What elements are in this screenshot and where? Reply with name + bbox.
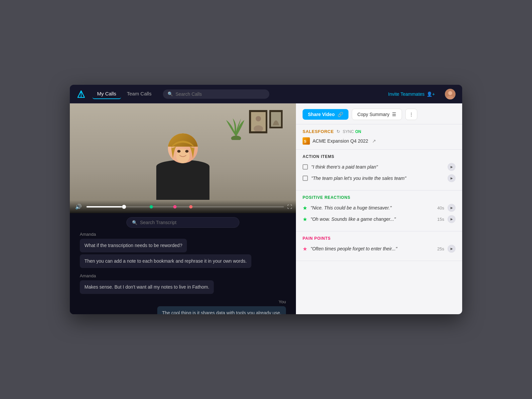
svg-point-4 <box>448 91 452 95</box>
progress-fill <box>86 206 122 207</box>
frame-inner-2 <box>271 112 281 127</box>
right-panel-header: Share Video 🔗 Copy Summary ☰ ⋮ <box>296 103 462 124</box>
video-frame <box>70 103 296 213</box>
search-calls-input[interactable] <box>176 91 265 97</box>
reaction-text-positive-2: "Oh wow. Sounds like a game changer..." <box>311 216 434 222</box>
person-body <box>156 160 209 200</box>
transcript-search-bar: 🔍 <box>126 217 239 228</box>
salesforce-icon: S <box>303 137 310 145</box>
star-positive-icon-1: ★ <box>303 205 307 211</box>
tab-team-calls[interactable]: Team Calls <box>122 89 156 99</box>
checkbox-1[interactable] <box>303 164 308 170</box>
opportunity-name: ACME Expansion Q4 2022 <box>313 138 368 144</box>
transcript-messages: Amanda What if the transcription needs t… <box>70 232 296 314</box>
left-panel: 🔊 ⛶ 🔍 <box>70 103 296 314</box>
search-icon: 🔍 <box>168 91 173 96</box>
invite-teammates-button[interactable]: Invite Teammates 👤+ <box>385 89 438 99</box>
opportunity-row[interactable]: S ACME Expansion Q4 2022 ↗ <box>303 137 456 145</box>
share-video-label: Share Video <box>308 112 335 117</box>
transcript-search-container: 🔍 <box>70 213 296 232</box>
star-pain-icon-1: ★ <box>303 246 307 252</box>
copy-summary-button[interactable]: Copy Summary ☰ <box>352 109 402 120</box>
transcript-search-input[interactable] <box>140 220 234 225</box>
frame-inner-1 <box>251 112 266 131</box>
speaker-name-2: Amanda <box>80 273 286 278</box>
right-panel: Share Video 🔗 Copy Summary ☰ ⋮ SALESFORC… <box>296 103 462 314</box>
list-icon: ☰ <box>392 112 396 117</box>
video-controls: 🔊 ⛶ <box>70 200 296 213</box>
reaction-positive-2: ★ "Oh wow. Sounds like a game changer...… <box>303 215 456 223</box>
tab-my-calls[interactable]: My Calls <box>92 89 121 99</box>
action-text-2: "The team plan let's you invite the sale… <box>311 176 444 181</box>
svg-point-7 <box>256 116 261 121</box>
reaction-positive-1: ★ "Nice. This could be a huge timesaver.… <box>303 204 456 212</box>
app-window: My Calls Team Calls 🔍 Invite Teammates 👤… <box>70 85 462 314</box>
message-bubble-2a: Makes sense. But I don't want all my not… <box>80 280 214 294</box>
message-bubble-you: The cool thing is it shares data with to… <box>157 306 286 314</box>
bookmark-green-1 <box>150 205 153 208</box>
message-group-3: You The cool thing is it shares data wit… <box>80 299 286 314</box>
share-video-button[interactable]: Share Video 🔗 <box>303 109 348 120</box>
speaker-name-1: Amanda <box>80 232 286 237</box>
message-group-2: Amanda Makes sense. But I don't want all… <box>80 273 286 294</box>
svg-point-13 <box>185 150 189 153</box>
sync-status: ON <box>355 129 361 134</box>
positive-reactions-title: POSITIVE REACTIONS <box>303 195 456 200</box>
person-face <box>168 133 198 163</box>
play-reaction-2-button[interactable]: ▶ <box>448 215 456 223</box>
action-items-title: ACTION ITEMS <box>303 154 456 159</box>
play-pain-1-button[interactable]: ▶ <box>448 245 456 253</box>
progress-thumb <box>122 205 126 209</box>
sync-icon: ↻ <box>336 129 340 134</box>
wall-frames <box>249 110 283 133</box>
bookmark-pink <box>173 205 177 208</box>
svg-text:S: S <box>304 139 306 143</box>
play-action-1-button[interactable]: ▶ <box>448 163 456 171</box>
salesforce-section: SALESFORCE ↻ SYNC ON <box>296 124 462 150</box>
main-content: 🔊 ⛶ 🔍 <box>70 103 462 314</box>
reaction-text-pain-1: "Often times people forget to enter thei… <box>311 246 434 251</box>
message-group-1: Amanda What if the transcription needs t… <box>80 232 286 268</box>
avatar[interactable] <box>445 89 456 99</box>
sync-text: SYNC <box>343 129 354 134</box>
plant <box>223 107 249 141</box>
nav-tabs: My Calls Team Calls <box>92 89 156 99</box>
app-logo <box>76 89 86 99</box>
progress-bar[interactable] <box>86 206 284 207</box>
more-options-button[interactable]: ⋮ <box>405 109 417 120</box>
salesforce-header: SALESFORCE ↻ SYNC ON <box>303 129 456 134</box>
reaction-time-2: 15s <box>437 217 444 222</box>
video-player: 🔊 ⛶ <box>70 103 296 213</box>
svg-point-12 <box>177 150 181 153</box>
external-link-icon: ↗ <box>372 138 376 144</box>
bookmark-red <box>189 205 193 208</box>
copy-summary-label: Copy Summary <box>357 112 389 117</box>
checkbox-2[interactable] <box>303 176 308 181</box>
salesforce-label: SALESFORCE <box>303 129 334 134</box>
message-bubble-1b: Then you can add a note to each bookmark… <box>80 254 251 268</box>
sync-badge: SYNC ON <box>343 129 361 134</box>
frame-1 <box>249 110 267 133</box>
speaker-name-you: You <box>279 299 286 304</box>
star-positive-icon-2: ★ <box>303 216 307 222</box>
play-action-2-button[interactable]: ▶ <box>448 174 456 182</box>
search-bar-container: 🔍 <box>163 89 269 99</box>
volume-button[interactable]: 🔊 <box>74 203 83 210</box>
frame-2 <box>269 110 283 128</box>
message-bubble-1a: What if the transcription needs to be re… <box>80 239 187 252</box>
action-item-2: "The team plan let's you invite the sale… <box>303 174 456 182</box>
transcript-search-icon: 🔍 <box>132 220 137 225</box>
transcript-section: 🔍 Amanda What if the transcription needs… <box>70 213 296 314</box>
reaction-time-1: 40s <box>437 205 444 210</box>
positive-reactions-section: POSITIVE REACTIONS ★ "Nice. This could b… <box>296 191 462 231</box>
add-user-icon: 👤+ <box>427 91 435 97</box>
link-icon: 🔗 <box>337 112 343 117</box>
play-reaction-1-button[interactable]: ▶ <box>448 204 456 212</box>
action-item-1: "I think there's a paid team plan" ▶ <box>303 163 456 171</box>
invite-label: Invite Teammates <box>388 91 424 97</box>
person-in-video <box>156 133 209 200</box>
reaction-time-pain-1: 25s <box>437 246 444 251</box>
action-text-1: "I think there's a paid team plan" <box>311 164 444 170</box>
fullscreen-button[interactable]: ⛶ <box>287 204 292 209</box>
action-items-section: ACTION ITEMS "I think there's a paid tea… <box>296 150 462 191</box>
